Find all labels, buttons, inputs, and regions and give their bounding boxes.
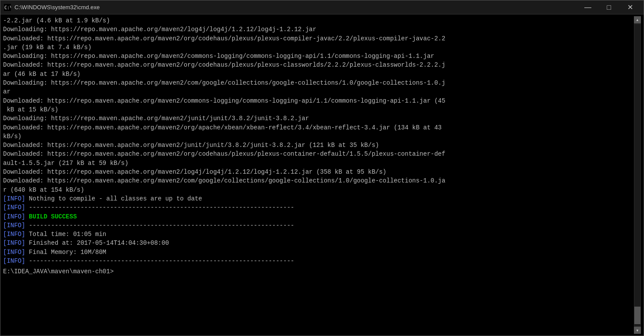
scrollbar-track[interactable] — [634, 24, 640, 326]
minimize-button[interactable]: — — [578, 0, 598, 14]
info-bracket: [INFO] — [3, 213, 25, 220]
list-item: Downloading: https://repo.maven.apache.o… — [3, 79, 634, 97]
command-prompt: E:\IDEA_JAVA\maven\maven-ch01> — [3, 268, 634, 275]
console-output: -2.2.jar (4.6 kB at 1.9 kB/s)Downloading… — [3, 16, 634, 334]
list-item: [INFO] ---------------------------------… — [3, 257, 634, 265]
list-item: -2.2.jar (4.6 kB at 1.9 kB/s) — [3, 16, 634, 25]
list-item: Downloading: https://repo.maven.apache.o… — [3, 25, 634, 34]
maximize-button[interactable]: □ — [599, 0, 619, 14]
close-button[interactable]: ✕ — [620, 0, 640, 14]
list-item: Downloaded: https://repo.maven.apache.or… — [3, 123, 634, 141]
list-item: Downloading: https://repo.maven.apache.o… — [3, 114, 634, 123]
list-item: [INFO] Final Memory: 10M/80M — [3, 248, 634, 257]
list-item: Downloading: https://repo.maven.apache.o… — [3, 52, 634, 61]
list-item: [INFO] ---------------------------------… — [3, 203, 634, 212]
info-bracket: [INFO] — [3, 222, 25, 229]
cmd-window: C:\ C:\WINDOWS\system32\cmd.exe — □ ✕ -2… — [0, 0, 644, 336]
scrollbar-thumb[interactable] — [634, 307, 640, 324]
scroll-down-button[interactable]: ▼ — [634, 327, 641, 334]
list-item: Downloaded: https://repo.maven.apache.or… — [3, 176, 634, 194]
list-item: [INFO] ---------------------------------… — [3, 221, 634, 230]
info-bracket: [INFO] — [3, 239, 25, 247]
info-bracket: [INFO] — [3, 204, 25, 211]
info-bracket: [INFO] — [3, 249, 25, 256]
vertical-scrollbar[interactable]: ▲ ▼ — [634, 16, 641, 334]
list-item: [INFO] Total time: 01:05 min — [3, 230, 634, 239]
list-item: Downloaded: https://repo.maven.apache.or… — [3, 97, 634, 114]
list-item: [INFO] Finished at: 2017-05-14T14:04:30+… — [3, 239, 634, 247]
svg-text:C:\: C:\ — [4, 5, 11, 10]
list-item: Downloaded: https://repo.maven.apache.or… — [3, 168, 634, 176]
scroll-up-button[interactable]: ▲ — [634, 16, 641, 23]
build-success-text: BUILD SUCCESS — [29, 213, 77, 220]
console-area: -2.2.jar (4.6 kB at 1.9 kB/s)Downloading… — [0, 14, 644, 336]
list-item: Downloaded: https://repo.maven.apache.or… — [3, 34, 634, 52]
list-item: [INFO] BUILD SUCCESS — [3, 212, 634, 221]
list-item: Downloaded: https://repo.maven.apache.or… — [3, 61, 634, 79]
list-item: [INFO] Nothing to compile - all classes … — [3, 194, 634, 203]
list-item: Downloaded: https://repo.maven.apache.or… — [3, 150, 634, 168]
info-bracket: [INFO] — [3, 257, 25, 265]
info-bracket: [INFO] — [3, 231, 25, 238]
info-bracket: [INFO] — [3, 195, 25, 202]
title-bar: C:\ C:\WINDOWS\system32\cmd.exe — □ ✕ — [0, 0, 644, 14]
cmd-icon: C:\ — [4, 4, 11, 11]
window-controls: — □ ✕ — [578, 0, 640, 14]
window-title: C:\WINDOWS\system32\cmd.exe — [14, 4, 578, 11]
list-item: Downloaded: https://repo.maven.apache.or… — [3, 141, 634, 150]
